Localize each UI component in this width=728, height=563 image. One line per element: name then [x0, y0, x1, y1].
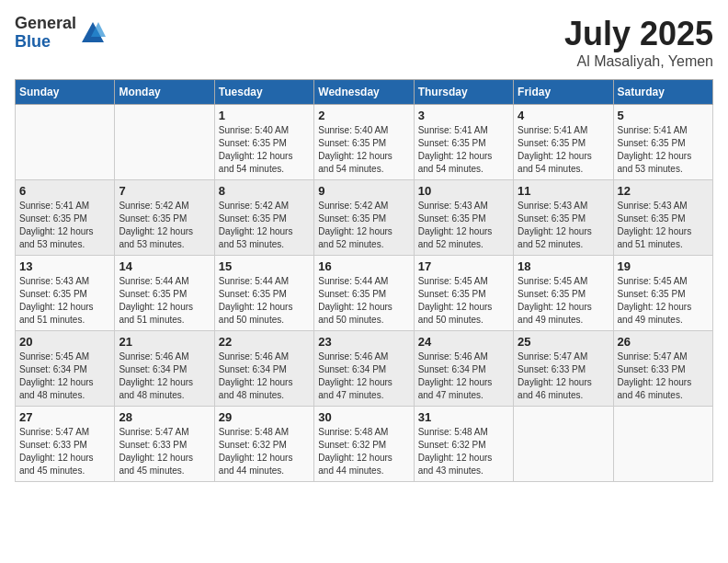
day-info: Sunrise: 5:46 AMSunset: 6:34 PMDaylight:… — [219, 350, 310, 402]
calendar-cell: 19Sunrise: 5:45 AMSunset: 6:35 PMDayligh… — [613, 256, 712, 331]
day-number: 4 — [518, 109, 609, 122]
calendar-cell — [16, 105, 115, 180]
day-number: 11 — [518, 184, 609, 198]
calendar-cell: 12Sunrise: 5:43 AMSunset: 6:35 PMDayligh… — [613, 180, 712, 256]
calendar-cell: 4Sunrise: 5:41 AMSunset: 6:35 PMDaylight… — [514, 105, 613, 180]
calendar-week-1: 1Sunrise: 5:40 AMSunset: 6:35 PMDaylight… — [16, 105, 713, 180]
day-info: Sunrise: 5:43 AMSunset: 6:35 PMDaylight:… — [518, 200, 609, 251]
day-number: 12 — [618, 184, 709, 198]
day-info: Sunrise: 5:41 AMSunset: 6:35 PMDaylight:… — [418, 124, 509, 176]
day-info: Sunrise: 5:45 AMSunset: 6:34 PMDaylight:… — [19, 350, 110, 402]
weekday-thursday: Thursday — [414, 80, 513, 105]
day-info: Sunrise: 5:41 AMSunset: 6:35 PMDaylight:… — [518, 124, 609, 176]
weekday-sunday: Sunday — [16, 80, 115, 105]
day-number: 6 — [19, 184, 110, 198]
day-number: 15 — [219, 259, 310, 273]
day-info: Sunrise: 5:42 AMSunset: 6:35 PMDaylight:… — [219, 200, 310, 251]
calendar-cell: 15Sunrise: 5:44 AMSunset: 6:35 PMDayligh… — [214, 256, 313, 331]
day-number: 7 — [119, 184, 210, 198]
day-number: 23 — [318, 335, 409, 349]
calendar-cell: 3Sunrise: 5:41 AMSunset: 6:35 PMDaylight… — [414, 105, 513, 180]
day-info: Sunrise: 5:43 AMSunset: 6:35 PMDaylight:… — [418, 200, 509, 251]
day-number: 26 — [618, 335, 709, 349]
calendar-cell: 23Sunrise: 5:46 AMSunset: 6:34 PMDayligh… — [314, 331, 414, 407]
day-number: 19 — [618, 259, 709, 273]
day-info: Sunrise: 5:45 AMSunset: 6:35 PMDaylight:… — [618, 275, 709, 327]
day-info: Sunrise: 5:48 AMSunset: 6:32 PMDaylight:… — [318, 426, 409, 477]
day-number: 27 — [19, 410, 110, 424]
calendar-cell: 5Sunrise: 5:41 AMSunset: 6:35 PMDaylight… — [613, 105, 712, 180]
weekday-tuesday: Tuesday — [214, 80, 313, 105]
day-info: Sunrise: 5:41 AMSunset: 6:35 PMDaylight:… — [19, 200, 110, 251]
calendar-cell: 24Sunrise: 5:46 AMSunset: 6:34 PMDayligh… — [414, 331, 513, 407]
calendar-cell: 29Sunrise: 5:48 AMSunset: 6:32 PMDayligh… — [214, 407, 313, 482]
day-number: 10 — [418, 184, 509, 198]
calendar-cell: 21Sunrise: 5:46 AMSunset: 6:34 PMDayligh… — [115, 331, 214, 407]
calendar-cell: 10Sunrise: 5:43 AMSunset: 6:35 PMDayligh… — [414, 180, 513, 256]
day-number: 22 — [219, 335, 310, 349]
month-title: July 2025 — [564, 15, 713, 53]
day-number: 31 — [418, 410, 509, 424]
calendar-cell: 27Sunrise: 5:47 AMSunset: 6:33 PMDayligh… — [16, 407, 115, 482]
day-info: Sunrise: 5:43 AMSunset: 6:35 PMDaylight:… — [19, 275, 110, 327]
day-number: 29 — [219, 410, 310, 424]
calendar-cell: 9Sunrise: 5:42 AMSunset: 6:35 PMDaylight… — [314, 180, 414, 256]
weekday-monday: Monday — [115, 80, 214, 105]
day-info: Sunrise: 5:45 AMSunset: 6:35 PMDaylight:… — [418, 275, 509, 327]
calendar-cell: 2Sunrise: 5:40 AMSunset: 6:35 PMDaylight… — [314, 105, 414, 180]
logo: General Blue — [15, 15, 106, 52]
weekday-saturday: Saturday — [613, 80, 712, 105]
calendar-cell: 20Sunrise: 5:45 AMSunset: 6:34 PMDayligh… — [16, 331, 115, 407]
day-info: Sunrise: 5:44 AMSunset: 6:35 PMDaylight:… — [219, 275, 310, 327]
calendar-cell: 1Sunrise: 5:40 AMSunset: 6:35 PMDaylight… — [214, 105, 313, 180]
page-header: General Blue July 2025 Al Masaliyah, Yem… — [15, 15, 713, 70]
day-number: 25 — [518, 335, 609, 349]
day-number: 24 — [418, 335, 509, 349]
day-info: Sunrise: 5:47 AMSunset: 6:33 PMDaylight:… — [119, 426, 210, 477]
day-number: 18 — [518, 259, 609, 273]
calendar-cell: 30Sunrise: 5:48 AMSunset: 6:32 PMDayligh… — [314, 407, 414, 482]
calendar-cell: 13Sunrise: 5:43 AMSunset: 6:35 PMDayligh… — [16, 256, 115, 331]
location-title: Al Masaliyah, Yemen — [564, 53, 713, 70]
calendar-cell: 6Sunrise: 5:41 AMSunset: 6:35 PMDaylight… — [16, 180, 115, 256]
day-number: 20 — [19, 335, 110, 349]
day-info: Sunrise: 5:42 AMSunset: 6:35 PMDaylight:… — [119, 200, 210, 251]
day-number: 30 — [318, 410, 409, 424]
day-number: 5 — [618, 109, 709, 122]
day-number: 16 — [318, 259, 409, 273]
calendar-cell: 17Sunrise: 5:45 AMSunset: 6:35 PMDayligh… — [414, 256, 513, 331]
calendar-cell: 11Sunrise: 5:43 AMSunset: 6:35 PMDayligh… — [514, 180, 613, 256]
day-info: Sunrise: 5:45 AMSunset: 6:35 PMDaylight:… — [518, 275, 609, 327]
day-info: Sunrise: 5:46 AMSunset: 6:34 PMDaylight:… — [119, 350, 210, 402]
day-number: 9 — [318, 184, 409, 198]
day-info: Sunrise: 5:48 AMSunset: 6:32 PMDaylight:… — [219, 426, 310, 477]
calendar-cell: 31Sunrise: 5:48 AMSunset: 6:32 PMDayligh… — [414, 407, 513, 482]
weekday-friday: Friday — [514, 80, 613, 105]
calendar-cell — [613, 407, 712, 482]
logo-blue: Blue — [15, 33, 76, 52]
weekday-header-row: SundayMondayTuesdayWednesdayThursdayFrid… — [16, 80, 713, 105]
day-info: Sunrise: 5:40 AMSunset: 6:35 PMDaylight:… — [219, 124, 310, 176]
day-number: 3 — [418, 109, 509, 122]
day-info: Sunrise: 5:46 AMSunset: 6:34 PMDaylight:… — [418, 350, 509, 402]
day-info: Sunrise: 5:44 AMSunset: 6:35 PMDaylight:… — [119, 275, 210, 327]
day-info: Sunrise: 5:48 AMSunset: 6:32 PMDaylight:… — [418, 426, 509, 477]
day-number: 17 — [418, 259, 509, 273]
day-info: Sunrise: 5:47 AMSunset: 6:33 PMDaylight:… — [618, 350, 709, 402]
logo-icon — [80, 20, 106, 46]
weekday-wednesday: Wednesday — [314, 80, 414, 105]
calendar-cell: 14Sunrise: 5:44 AMSunset: 6:35 PMDayligh… — [115, 256, 214, 331]
calendar-header: SundayMondayTuesdayWednesdayThursdayFrid… — [16, 80, 713, 105]
day-number: 1 — [219, 109, 310, 122]
calendar-cell: 22Sunrise: 5:46 AMSunset: 6:34 PMDayligh… — [214, 331, 313, 407]
day-number: 14 — [119, 259, 210, 273]
day-number: 28 — [119, 410, 210, 424]
day-info: Sunrise: 5:46 AMSunset: 6:34 PMDaylight:… — [318, 350, 409, 402]
calendar-week-2: 6Sunrise: 5:41 AMSunset: 6:35 PMDaylight… — [16, 180, 713, 256]
calendar-cell: 8Sunrise: 5:42 AMSunset: 6:35 PMDaylight… — [214, 180, 313, 256]
day-number: 21 — [119, 335, 210, 349]
day-info: Sunrise: 5:47 AMSunset: 6:33 PMDaylight:… — [19, 426, 110, 477]
day-info: Sunrise: 5:40 AMSunset: 6:35 PMDaylight:… — [318, 124, 409, 176]
day-info: Sunrise: 5:41 AMSunset: 6:35 PMDaylight:… — [618, 124, 709, 176]
day-info: Sunrise: 5:42 AMSunset: 6:35 PMDaylight:… — [318, 200, 409, 251]
